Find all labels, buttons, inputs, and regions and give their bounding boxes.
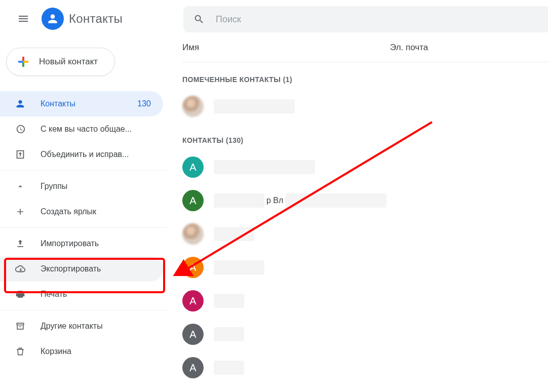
sidebar-item-label: Группы <box>41 182 67 191</box>
sidebar-item-label: Контакты <box>41 99 75 108</box>
sidebar-item-label: Создать ярлык <box>41 207 96 216</box>
sidebar-item-contacts[interactable]: Контакты 130 <box>0 91 163 116</box>
contacts-section-label: КОНТАКТЫ (130) <box>182 136 548 144</box>
avatar: А <box>182 156 204 178</box>
redacted-text <box>214 99 295 113</box>
column-name: Имя <box>182 43 390 53</box>
sidebar-item-merge[interactable]: Объединить и исправ... <box>0 142 163 167</box>
redacted-text <box>214 327 244 341</box>
search-bar[interactable] <box>183 6 548 32</box>
contact-row[interactable]: А <box>182 150 548 184</box>
search-input[interactable] <box>215 14 417 25</box>
contacts-logo-icon <box>42 8 64 30</box>
new-contact-label: Новый контакт <box>39 57 98 67</box>
avatar <box>182 96 204 117</box>
column-headers: Имя Эл. почта <box>182 43 548 62</box>
contact-row[interactable]: А <box>182 351 548 384</box>
svg-rect-2 <box>18 61 23 63</box>
sidebar-item-label: Корзина <box>41 347 71 356</box>
contact-row[interactable]: А <box>182 318 548 351</box>
sidebar-item-import[interactable]: Импортировать <box>0 231 163 256</box>
app-title: Контакты <box>69 12 123 26</box>
sidebar-item-label: Импортировать <box>41 239 99 248</box>
archive-icon <box>14 320 26 332</box>
sidebar-item-label: Объединить и исправ... <box>41 150 129 159</box>
sidebar-item-label: Другие контакты <box>41 322 103 331</box>
sidebar-item-label: Экспортировать <box>41 264 101 273</box>
sidebar-item-print[interactable]: Печать <box>0 282 163 307</box>
avatar: А <box>182 324 204 345</box>
contact-row[interactable]: А <box>182 284 548 318</box>
avatar: А <box>182 190 204 211</box>
avatar: А <box>182 257 204 278</box>
contact-row[interactable] <box>182 217 548 251</box>
redacted-text <box>214 260 264 275</box>
starred-section-label: ПОМЕЧЕННЫЕ КОНТАКТЫ (1) <box>182 75 548 84</box>
new-contact-button[interactable]: Новый контакт <box>6 48 115 76</box>
redacted-text <box>214 193 264 208</box>
sidebar-item-label: С кем вы часто общае... <box>41 125 132 134</box>
svg-rect-3 <box>23 61 28 63</box>
contact-row[interactable]: Ар Вл <box>182 184 548 217</box>
menu-icon[interactable] <box>11 7 35 31</box>
header: Контакты <box>0 0 548 37</box>
contact-row[interactable] <box>182 90 548 123</box>
contacts-count: 130 <box>137 99 151 108</box>
redacted-text <box>285 193 386 208</box>
plus-multicolor-icon <box>17 55 30 68</box>
sidebar-item-create-label[interactable]: Создать ярлык <box>0 199 163 224</box>
content-area: Имя Эл. почта ПОМЕЧЕННЫЕ КОНТАКТЫ (1) КО… <box>167 37 548 392</box>
sidebar-item-frequent[interactable]: С кем вы часто общае... <box>0 116 163 142</box>
chevron-up-icon <box>14 180 26 192</box>
history-icon <box>14 123 26 135</box>
cloud-download-icon <box>14 263 26 275</box>
sidebar-item-trash[interactable]: Корзина <box>0 339 163 364</box>
column-email: Эл. почта <box>390 43 428 53</box>
redacted-text <box>214 294 244 308</box>
name-fragment: р Вл <box>266 196 283 205</box>
person-icon <box>14 98 26 110</box>
avatar: А <box>182 357 204 378</box>
print-icon <box>14 288 26 300</box>
sidebar-item-groups[interactable]: Группы <box>0 174 163 199</box>
sidebar-item-export[interactable]: Экспортировать <box>0 256 163 282</box>
avatar: А <box>182 290 204 311</box>
search-icon <box>193 14 205 25</box>
trash-icon <box>14 345 26 358</box>
contact-row[interactable]: А <box>182 251 548 284</box>
merge-icon <box>14 148 26 161</box>
upload-icon <box>14 238 26 250</box>
redacted-text <box>214 361 244 375</box>
sidebar-item-other-contacts[interactable]: Другие контакты <box>0 313 163 339</box>
sidebar: Новый контакт Контакты 130 С кем вы част… <box>0 37 167 392</box>
redacted-text <box>214 160 315 174</box>
plus-icon <box>14 206 26 218</box>
redacted-text <box>214 227 254 241</box>
avatar <box>182 223 204 245</box>
sidebar-item-label: Печать <box>41 290 67 299</box>
